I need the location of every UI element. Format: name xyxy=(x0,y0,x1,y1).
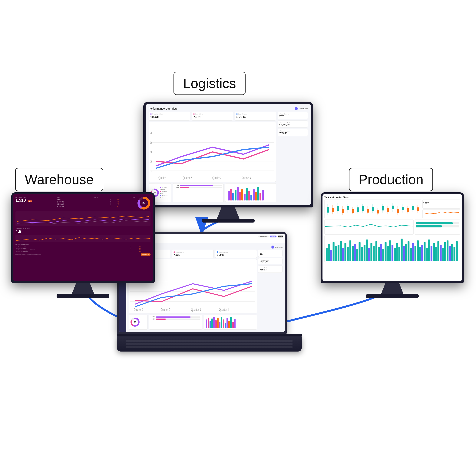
prod-title: VanAndel · Market Share xyxy=(324,196,460,198)
svg-rect-29 xyxy=(248,191,250,201)
wh-top: IMPRESSIONS 1,510 +10% Sales Last 30 Pre… xyxy=(16,197,151,210)
svg-rect-20 xyxy=(228,191,230,201)
svg-text:Quarter 1: Quarter 1 xyxy=(158,176,168,180)
svg-rect-157 xyxy=(223,320,224,328)
svg-rect-132 xyxy=(449,246,451,261)
wh-cta-btn[interactable]: Learn More xyxy=(141,254,151,255)
dash-title: Performance Overview xyxy=(149,107,177,110)
svg-rect-98 xyxy=(370,243,372,261)
svg-rect-113 xyxy=(405,244,407,261)
svg-rect-23 xyxy=(235,190,237,201)
laptop-logo-icon xyxy=(271,246,274,249)
svg-rect-95 xyxy=(364,245,365,261)
svg-rect-90 xyxy=(352,246,354,261)
pct-1: 78% xyxy=(174,185,179,186)
svg-rect-49 xyxy=(347,206,349,210)
prod-middle-section: Average Target Score xyxy=(324,220,460,235)
svg-rect-101 xyxy=(378,247,380,261)
btn-media[interactable]: Media Thinker xyxy=(258,236,269,238)
warehouse-stand xyxy=(72,283,94,294)
metric-dot2 xyxy=(193,113,195,115)
svg-rect-133 xyxy=(451,244,453,261)
svg-rect-117 xyxy=(414,246,416,261)
stat-value-1: 267 xyxy=(279,115,306,118)
logo-icon xyxy=(295,107,298,110)
svg-rect-51 xyxy=(352,209,354,213)
svg-rect-156 xyxy=(221,317,222,328)
svg-rect-26 xyxy=(241,189,243,201)
production-text: Production xyxy=(358,172,423,187)
svg-rect-122 xyxy=(426,248,428,261)
laptop-pct-1: 78% xyxy=(151,316,155,318)
svg-rect-160 xyxy=(228,321,230,328)
laptop-mv-3: £ 29 m xyxy=(217,254,255,256)
monitor-base xyxy=(202,219,255,222)
btn-save[interactable]: Save xyxy=(278,236,283,238)
svg-rect-153 xyxy=(215,321,217,328)
metric-label-text2: Order Volume xyxy=(195,113,203,115)
prod-kpi-value: 6 M % xyxy=(423,202,459,204)
prod-chart-label: Sales: 22 ● 9 m ● 9 m xyxy=(325,201,420,202)
bar-chart-svg xyxy=(227,185,265,201)
metric-sales: Sales Revenue £ 29 m xyxy=(235,112,276,120)
laptop-donut: 23 xyxy=(129,315,148,330)
svg-rect-115 xyxy=(410,248,412,261)
svg-text:Quarter 2: Quarter 2 xyxy=(160,307,170,311)
svg-rect-27 xyxy=(244,194,246,201)
warehouse-monitor: IMPRESSIONS 1,510 +10% Sales Last 30 Pre… xyxy=(11,192,155,298)
wh-row-4: Position #32142 xyxy=(57,204,135,205)
wh-line-chart xyxy=(16,211,151,226)
dash-header: Performance Overview ShieldCom xyxy=(149,107,308,110)
svg-rect-65 xyxy=(387,208,389,212)
laptop-donut-svg: 23 xyxy=(130,317,140,327)
wh-donut-wrap: 23 xyxy=(137,197,151,210)
wh-page-row-4: http://pro.articledigi/.pdf2.9116 xyxy=(16,251,150,252)
wh-col-headers: Sales Last 30 Prev. xyxy=(57,197,135,198)
prod-top-section: Sales: 22 ● 9 m ● 9 m xyxy=(324,200,460,218)
svg-rect-67 xyxy=(392,205,394,209)
svg-rect-31 xyxy=(253,189,255,201)
laptop-topbar-right: Media Thinker Popular Save xyxy=(258,236,283,238)
svg-rect-111 xyxy=(401,238,403,261)
svg-rect-97 xyxy=(368,248,370,261)
production-monitor: VanAndel · Market Share Sales: 22 ● 9 m … xyxy=(321,192,464,298)
laptop-stat-val-1: 267 xyxy=(260,253,281,255)
wh-impressions: IMPRESSIONS 1,510 +10% xyxy=(16,197,54,210)
prod-wave-chart xyxy=(324,220,414,235)
metric-label2: Order Volume xyxy=(193,113,231,115)
svg-rect-129 xyxy=(442,248,444,261)
svg-rect-130 xyxy=(444,242,446,261)
progress-row-1: 78% xyxy=(174,185,222,186)
wh-col-prev: Prev. xyxy=(132,197,135,198)
svg-rect-73 xyxy=(407,208,409,212)
prod-bar-fill-2 xyxy=(416,225,442,227)
progress-fill-1 xyxy=(180,185,213,186)
wh-page-row-3: http://dev.articledigi/uploads/2016/06/.… xyxy=(16,249,150,251)
btn-popular[interactable]: Popular xyxy=(270,236,277,238)
svg-rect-57 xyxy=(367,209,369,213)
warehouse-text: Warehouse xyxy=(25,172,94,187)
laptop-bar-bg-1 xyxy=(156,316,201,318)
laptop-metric-label-2: Order Volume xyxy=(173,251,212,253)
svg-rect-108 xyxy=(394,248,396,261)
svg-rect-96 xyxy=(366,239,368,261)
prod-mini-1: ADSI 6 M % xyxy=(423,200,460,209)
label-production: Production xyxy=(349,168,433,191)
logistics-text: Logistics xyxy=(183,76,236,91)
stat-value-3: 789.03 xyxy=(279,132,306,135)
monitor-stand xyxy=(217,207,239,219)
svg-rect-119 xyxy=(419,247,421,261)
svg-rect-123 xyxy=(428,239,430,261)
svg-rect-106 xyxy=(389,240,391,261)
svg-text:Quarter 3: Quarter 3 xyxy=(212,176,221,180)
label-logistics: Logistics xyxy=(173,72,246,95)
logo-text: ShieldCom xyxy=(299,108,308,110)
wh-row-1: Sales5329 xyxy=(57,199,135,200)
svg-rect-163 xyxy=(234,319,236,328)
progress-fill-2 xyxy=(180,187,189,188)
logistics-dashboard: Performance Overview ShieldCom xyxy=(146,104,311,205)
prod-bottom-bars xyxy=(324,236,460,262)
svg-rect-80 xyxy=(328,244,330,261)
svg-rect-82 xyxy=(333,242,335,261)
svg-text:Quarter 4: Quarter 4 xyxy=(219,307,229,311)
